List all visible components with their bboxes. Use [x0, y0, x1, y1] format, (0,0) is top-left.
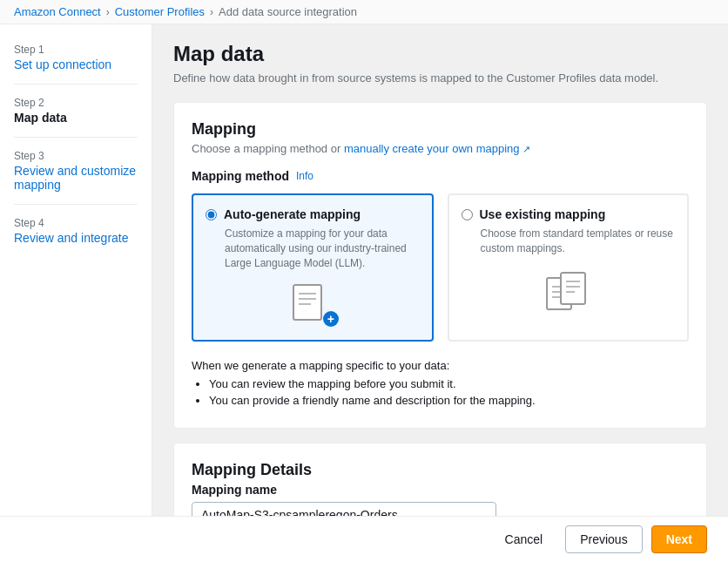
sidebar-item-step3: Step 3 Review and customize mapping: [0, 145, 152, 197]
previous-button[interactable]: Previous: [565, 525, 642, 553]
breadcrumb-home[interactable]: Amazon Connect: [14, 5, 101, 18]
mapping-method-label: Mapping method: [192, 169, 289, 183]
mapping-method-header: Mapping method Info: [192, 169, 689, 183]
sidebar-item-step1[interactable]: Step 1 Set up connection: [0, 38, 152, 77]
existing-docs-svg: [545, 271, 590, 313]
auto-icon-area: +: [206, 284, 420, 328]
mapping-card-title: Mapping: [192, 120, 689, 139]
existing-radio[interactable]: [462, 209, 473, 220]
existing-desc: Choose from standard templates or reuse …: [481, 227, 676, 256]
mapping-name-field: Mapping name The name must start with a …: [192, 483, 689, 516]
step3-name: Review and customize mapping: [14, 164, 138, 192]
auto-generate-icon: +: [292, 283, 334, 328]
mapping-details-card: Mapping Details Mapping name The name mu…: [173, 443, 707, 516]
info-bullet-1: You can review the mapping before you su…: [209, 377, 689, 390]
page-title: Map data: [173, 42, 707, 66]
sidebar: Step 1 Set up connection Step 2 Map data…: [0, 24, 152, 516]
main-layout: Step 1 Set up connection Step 2 Map data…: [0, 24, 728, 516]
mapping-details-title: Mapping Details: [192, 461, 689, 479]
step1-label: Step 1: [14, 44, 138, 56]
step-divider-1: [14, 84, 138, 85]
breadcrumb-current: Add data source integration: [219, 5, 357, 18]
auto-desc: Customize a mapping for your data automa…: [225, 227, 420, 270]
sidebar-item-step4: Step 4 Review and integrate: [0, 212, 152, 250]
page-subtitle: Define how data brought in from source s…: [173, 71, 707, 85]
info-badge[interactable]: Info: [296, 170, 313, 182]
step-divider-3: [14, 204, 138, 205]
info-heading: When we generate a mapping specific to y…: [192, 359, 689, 372]
step4-name: Review and integrate: [14, 231, 138, 245]
svg-rect-0: [293, 285, 321, 320]
breadcrumb-section[interactable]: Customer Profiles: [115, 5, 205, 18]
step4-label: Step 4: [14, 217, 138, 229]
breadcrumb-sep-2: ›: [210, 6, 213, 18]
mapping-name-input[interactable]: [192, 502, 496, 516]
auto-title: Auto-generate mapping: [224, 207, 361, 221]
svg-rect-8: [561, 273, 585, 304]
step2-label: Step 2: [14, 97, 138, 109]
breadcrumb-sep-1: ›: [106, 6, 110, 18]
step3-label: Step 3: [14, 150, 138, 162]
breadcrumb-bar: Amazon Connect › Customer Profiles › Add…: [0, 0, 728, 24]
cancel-button[interactable]: Cancel: [491, 526, 557, 552]
existing-title: Use existing mapping: [480, 207, 606, 221]
mapping-card-subtitle-text: Choose a mapping method or: [192, 142, 344, 155]
auto-radio[interactable]: [206, 209, 217, 220]
step2-name: Map data: [14, 111, 138, 125]
sidebar-item-step2: Step 2 Map data: [0, 91, 152, 130]
mapping-option-auto[interactable]: Auto-generate mapping Customize a mappin…: [192, 193, 434, 342]
step-divider-2: [14, 137, 138, 138]
next-button[interactable]: Next: [651, 525, 707, 553]
plus-icon: +: [323, 311, 339, 327]
info-bullets: You can review the mapping before you su…: [192, 377, 689, 407]
step1-name: Set up connection: [14, 58, 138, 71]
external-link-icon: ↗: [522, 144, 530, 154]
mapping-card: Mapping Choose a mapping method or manua…: [173, 102, 707, 429]
auto-radio-row: Auto-generate mapping: [206, 207, 420, 221]
doc-svg: [292, 283, 327, 325]
manually-create-link[interactable]: manually create your own mapping: [344, 142, 520, 155]
mapping-option-existing[interactable]: Use existing mapping Choose from standar…: [448, 193, 690, 342]
mapping-card-subtitle: Choose a mapping method or manually crea…: [192, 142, 689, 155]
footer-bar: Cancel Previous Next: [0, 516, 728, 562]
existing-icon-area: [462, 270, 676, 314]
mapping-name-label: Mapping name: [192, 483, 689, 497]
existing-radio-row: Use existing mapping: [462, 207, 676, 221]
mapping-options: Auto-generate mapping Customize a mappin…: [192, 193, 689, 342]
info-bullet-2: You can provide a friendly name and desc…: [209, 394, 689, 407]
content-area: Map data Define how data brought in from…: [152, 24, 728, 516]
